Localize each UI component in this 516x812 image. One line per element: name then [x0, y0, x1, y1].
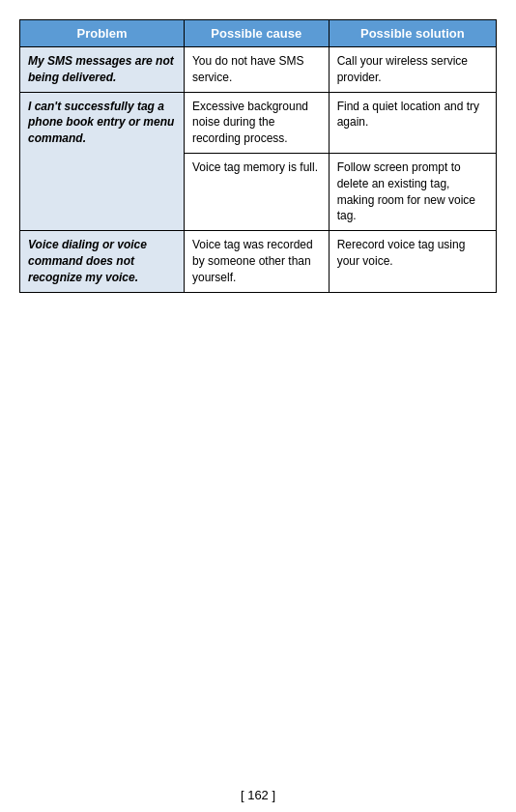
- problem-cell: My SMS messages are not being delivered.: [20, 47, 185, 93]
- table-row: Voice dialing or voice command does not …: [20, 231, 497, 292]
- solution-cell: Find a quiet location and try again.: [329, 92, 496, 153]
- solution-cell: Call your wireless service provider.: [329, 47, 496, 93]
- cause-cell: Voice tag was recorded by someone other …: [184, 231, 329, 292]
- cause-cell: Excessive background noise during the re…: [184, 92, 329, 153]
- solution-cell: Rerecord voice tag using your voice.: [329, 231, 496, 292]
- col-header-problem: Problem: [20, 20, 185, 47]
- problem-cell: I can't successfully tag a phone book en…: [20, 92, 185, 231]
- table-row: My SMS messages are not being delivered.…: [20, 47, 497, 93]
- table-row: I can't successfully tag a phone book en…: [20, 92, 497, 153]
- troubleshoot-table: Problem Possible cause Possible solution…: [19, 19, 497, 293]
- col-header-solution: Possible solution: [329, 20, 496, 47]
- cause-cell: Voice tag memory is full.: [184, 153, 329, 230]
- cause-cell: You do not have SMS service.: [184, 47, 329, 93]
- page-number: [ 162 ]: [241, 788, 275, 802]
- problem-cell: Voice dialing or voice command does not …: [20, 231, 185, 292]
- page-wrapper: Problem Possible cause Possible solution…: [0, 0, 516, 812]
- col-header-cause: Possible cause: [184, 20, 329, 47]
- solution-cell: Follow screen prompt to delete an existi…: [329, 153, 496, 230]
